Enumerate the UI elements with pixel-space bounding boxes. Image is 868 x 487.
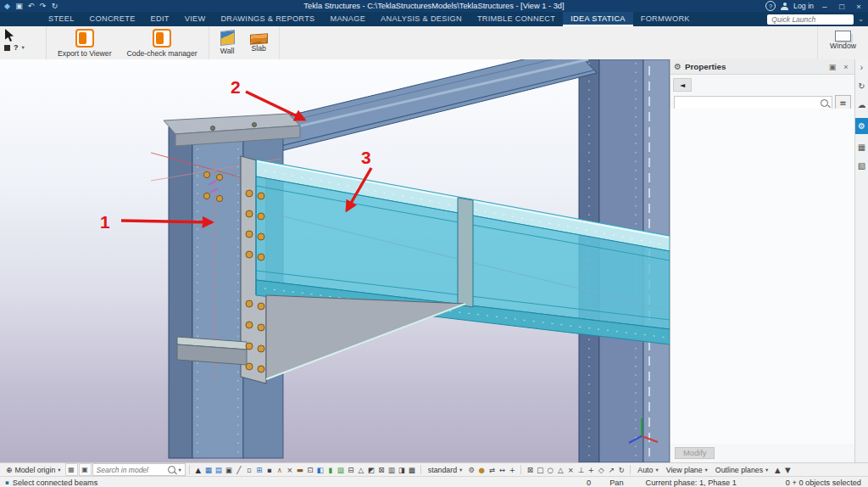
- move-down-plane-icon[interactable]: ▼: [782, 464, 793, 475]
- snap-reference-icon[interactable]: ●: [476, 464, 487, 475]
- snap-midpoint-icon[interactable]: □: [535, 464, 545, 475]
- gusset-plate[interactable]: [266, 295, 465, 379]
- tab-view[interactable]: VIEW: [177, 12, 214, 26]
- select-lines-icon[interactable]: ╱: [234, 464, 244, 475]
- select-planes-icon[interactable]: △: [356, 464, 366, 475]
- snap-any-position-icon[interactable]: +: [586, 464, 596, 475]
- tab-edit[interactable]: EDIT: [143, 12, 177, 26]
- redo-icon[interactable]: ↷: [37, 1, 48, 11]
- snap-settings-gear-icon[interactable]: ⚙: [466, 464, 476, 475]
- select-assemblies-icon[interactable]: ▣: [224, 464, 234, 475]
- tab-drawings-reports[interactable]: DRAWINGS & REPORTS: [213, 12, 322, 26]
- code-check-manager-button[interactable]: Code-check manager: [120, 29, 205, 58]
- select-grids-icon[interactable]: ⊞: [254, 464, 264, 475]
- trimble-connect-cloud-icon[interactable]: ☁: [855, 99, 868, 110]
- tab-manage[interactable]: MANAGE: [322, 12, 373, 26]
- select-grid-lines-icon[interactable]: ▪: [264, 464, 275, 475]
- select-loads-icon[interactable]: ⊟: [346, 464, 356, 475]
- select-rebar-icon[interactable]: ▮: [326, 464, 336, 475]
- snap-perpendicular-icon[interactable]: ⊥: [576, 464, 586, 475]
- select-cuts-icon[interactable]: ×: [285, 464, 295, 475]
- tab-trimble-connect[interactable]: TRIMBLE CONNECT: [470, 12, 563, 26]
- select-objects-in-components-icon[interactable]: ▩: [407, 464, 417, 475]
- select-phases-icon[interactable]: ◩: [366, 464, 376, 475]
- select-holes-icon[interactable]: ⊡: [305, 464, 315, 475]
- select-views-icon[interactable]: ◨: [397, 464, 407, 475]
- select-drawings-icon[interactable]: ⊠: [376, 464, 387, 475]
- select-bolts-icon[interactable]: ▬: [295, 464, 305, 475]
- outline-planes-dropdown[interactable]: Outline planes ▾: [712, 464, 772, 475]
- mini-select-icon[interactable]: [4, 45, 10, 51]
- smart-select-icon[interactable]: +: [507, 464, 517, 475]
- model-origin-dropdown[interactable]: ⊕ Model origin ▾: [3, 464, 64, 475]
- select-surfaces-icon[interactable]: ▨: [336, 464, 346, 475]
- mini-help-icon[interactable]: ?: [14, 43, 19, 52]
- tab-concrete[interactable]: CONCRETE: [82, 12, 143, 26]
- tab-formwork[interactable]: FORMWORK: [633, 12, 698, 26]
- snap-center-icon[interactable]: ○: [545, 464, 555, 475]
- view-plane-dropdown[interactable]: View plane ▾: [663, 464, 711, 475]
- panel-back-button[interactable]: ◄: [673, 78, 692, 92]
- snap-nearest-icon[interactable]: ◇: [596, 464, 606, 475]
- components-panel-icon[interactable]: ▧: [855, 160, 868, 171]
- model-search-input[interactable]: [97, 465, 164, 474]
- minimize-button[interactable]: –: [819, 2, 831, 11]
- snap-cross-icon[interactable]: ×: [565, 464, 576, 475]
- viewport-3d[interactable]: 1 2 3: [0, 59, 670, 462]
- properties-search-input[interactable]: [675, 98, 817, 109]
- origin-toggle-1-icon[interactable]: ▦: [65, 463, 78, 476]
- expand-panel-chevron-icon[interactable]: ›: [855, 62, 868, 73]
- move-up-plane-icon[interactable]: ▲: [772, 464, 782, 475]
- undo-icon[interactable]: ↶: [25, 1, 36, 11]
- slab-button[interactable]: Slab: [242, 29, 275, 53]
- quick-launch-input[interactable]: [767, 14, 854, 25]
- selection-switches: ▲▦▤▣╱▫⊞▪∧×▬⊡◧▮▨⊟△◩⊠▥◨▩: [193, 464, 417, 475]
- window-group[interactable]: Window: [817, 26, 868, 59]
- mini-caret-icon[interactable]: ▾: [22, 44, 25, 51]
- snap-switch-icon[interactable]: ⇄: [487, 464, 497, 475]
- chevron-down-icon[interactable]: ⌄: [858, 15, 864, 23]
- origin-toggle-2-icon[interactable]: ▣: [79, 463, 92, 476]
- snap-intersection-icon[interactable]: △: [555, 464, 565, 475]
- drag-and-drop-icon[interactable]: ↔: [497, 464, 507, 475]
- select-distances-icon[interactable]: ▥: [387, 464, 397, 475]
- close-panel-icon[interactable]: ×: [841, 63, 851, 71]
- model-3d-view[interactable]: 1 2 3: [0, 59, 670, 462]
- save-icon[interactable]: ▣: [14, 1, 25, 11]
- snap-endpoint-icon[interactable]: ⊠: [525, 464, 535, 475]
- help-icon[interactable]: ?: [765, 1, 776, 11]
- grid-panel-icon[interactable]: ▦: [855, 142, 868, 153]
- tab-idea-statica[interactable]: IDEA STATICA: [563, 12, 633, 26]
- app-icon[interactable]: ◆: [2, 1, 13, 11]
- export-to-viewer-button[interactable]: Export to Viewer: [50, 29, 120, 58]
- wall-button[interactable]: Wall: [213, 29, 242, 55]
- select-points-icon[interactable]: ▫: [244, 464, 254, 475]
- snap-free-icon[interactable]: ↻: [616, 464, 626, 475]
- maximize-button[interactable]: □: [836, 2, 848, 11]
- annotation-label-1: 1: [100, 212, 110, 232]
- select-welds-icon[interactable]: ∧: [275, 464, 285, 475]
- select-filter-icon[interactable]: ▦: [203, 464, 214, 475]
- tekla-structures-window: ◆▣↶↷↻ Tekla Structures - C:\TeklaStructu…: [0, 0, 868, 487]
- properties-gear-icon[interactable]: ⚙: [855, 118, 868, 134]
- selection-filter-dropdown[interactable]: standard ▾: [425, 464, 466, 475]
- auto-dropdown[interactable]: Auto ▾: [634, 464, 661, 475]
- side-dock-strip: › ↻ ☁ ⚙ ▦ ▧: [854, 59, 868, 462]
- select-components-icon[interactable]: ▤: [214, 464, 224, 475]
- pin-panel-icon[interactable]: ▣: [827, 63, 837, 71]
- modify-button[interactable]: Modify: [675, 447, 715, 459]
- tab-steel[interactable]: STEEL: [41, 12, 82, 26]
- seat-plate[interactable]: [177, 337, 247, 365]
- search-icon: [168, 466, 175, 473]
- view-orientation-icon[interactable]: ↻: [855, 81, 868, 92]
- snap-extension-icon[interactable]: ↗: [606, 464, 616, 475]
- login-button[interactable]: Log in: [793, 2, 814, 10]
- refresh-icon[interactable]: ↻: [49, 1, 60, 11]
- close-button[interactable]: ×: [853, 2, 865, 11]
- wall-icon: [220, 30, 235, 46]
- select-plates-icon[interactable]: ◧: [315, 464, 326, 475]
- pointer-tool-icon[interactable]: [4, 29, 15, 42]
- tab-analysis-design[interactable]: ANALYSIS & DESIGN: [373, 12, 470, 26]
- pointer-select-icon[interactable]: ▲: [193, 464, 203, 475]
- search-filter-caret-icon[interactable]: ▾: [179, 467, 181, 473]
